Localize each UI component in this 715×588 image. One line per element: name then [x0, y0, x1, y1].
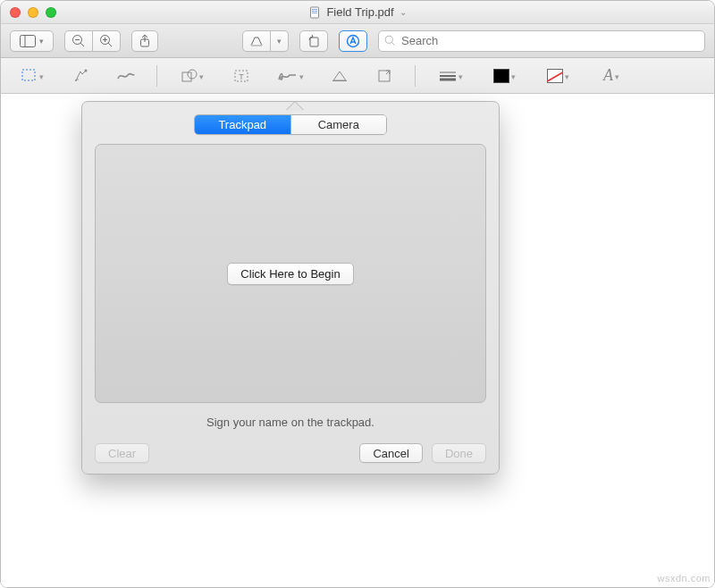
dialog-buttons: Clear Cancel Done [95, 443, 486, 463]
watermark-text: wsxdn.com [657, 573, 711, 584]
separator [415, 65, 416, 87]
separator [156, 65, 157, 87]
signature-pad[interactable]: Click Here to Begin [95, 144, 486, 403]
shapes-button[interactable]: ▾ [173, 64, 211, 88]
shape-style-button[interactable]: ▾ [432, 64, 469, 88]
svg-line-10 [108, 43, 112, 46]
main-toolbar: ▾ ▾ [1, 24, 714, 58]
search-icon [384, 35, 396, 46]
zoom-group [64, 30, 121, 52]
svg-rect-16 [310, 38, 318, 46]
begin-signature-button[interactable]: Click Here to Begin [227, 263, 353, 285]
fill-color-button[interactable]: ▾ [539, 64, 576, 88]
chevron-down-icon: ▾ [615, 72, 619, 81]
svg-rect-4 [21, 35, 36, 46]
svg-marker-28 [333, 71, 346, 80]
close-window-button[interactable] [10, 7, 21, 18]
svg-rect-2 [312, 11, 317, 12]
search-field[interactable] [378, 30, 705, 52]
minimize-window-button[interactable] [28, 7, 38, 18]
svg-point-23 [77, 79, 79, 80]
svg-line-31 [386, 71, 390, 74]
search-input[interactable] [401, 34, 699, 47]
chevron-down-icon: ▾ [565, 72, 569, 81]
window-controls [10, 7, 56, 18]
window-title[interactable]: Field Trip.pdf ⌄ [1, 5, 714, 19]
highlight-button[interactable] [242, 30, 271, 52]
zoom-window-button[interactable] [46, 7, 56, 18]
chevron-down-icon: ▾ [511, 72, 516, 81]
crop-button[interactable] [370, 64, 399, 88]
text-tool-button[interactable]: T [227, 64, 256, 88]
selection-tool-button[interactable]: ▾ [13, 64, 51, 88]
markup-toggle-button[interactable] [339, 30, 367, 52]
tab-camera[interactable]: Camera [290, 115, 387, 134]
svg-point-21 [85, 69, 88, 71]
svg-rect-1 [312, 9, 317, 10]
svg-line-7 [80, 43, 84, 46]
svg-point-25 [188, 70, 197, 79]
text-style-glyph: A [603, 66, 613, 85]
note-button[interactable] [325, 64, 354, 88]
clear-button[interactable]: Clear [95, 443, 149, 463]
instant-alpha-button[interactable] [67, 64, 96, 88]
signature-hint: Sign your name on the trackpad. [95, 403, 486, 443]
svg-text:T: T [239, 72, 244, 81]
svg-rect-24 [182, 72, 191, 81]
highlight-group: ▾ [242, 30, 289, 52]
tab-trackpad[interactable]: Trackpad [195, 115, 290, 134]
preview-window: Field Trip.pdf ⌄ ▾ ▾ [0, 0, 715, 588]
color-swatch-icon [493, 69, 509, 83]
title-menu-chevron-icon: ⌄ [400, 7, 407, 17]
signature-popover: Trackpad Camera Click Here to Begin Sign… [81, 101, 500, 475]
svg-point-22 [75, 80, 77, 81]
chevron-down-icon: ▾ [458, 72, 463, 81]
highlight-menu-button[interactable]: ▾ [271, 30, 289, 52]
chevron-down-icon: ▾ [39, 72, 44, 81]
chevron-down-icon: ▾ [39, 37, 44, 46]
no-fill-swatch-icon [547, 69, 563, 83]
sign-button[interactable]: ▾ [272, 64, 309, 88]
sketch-button[interactable] [112, 64, 140, 88]
document-icon [308, 6, 321, 19]
done-button[interactable]: Done [432, 443, 486, 463]
window-title-text: Field Trip.pdf [326, 5, 393, 19]
cancel-button[interactable]: Cancel [359, 443, 422, 463]
svg-rect-3 [312, 13, 317, 13]
chevron-down-icon: ▾ [299, 72, 304, 81]
svg-line-19 [391, 42, 394, 45]
zoom-out-button[interactable] [64, 30, 93, 52]
share-button[interactable] [131, 30, 158, 52]
svg-rect-20 [22, 70, 35, 80]
svg-rect-15 [251, 45, 262, 46]
sidebar-button[interactable]: ▾ [10, 30, 54, 52]
signature-source-tabs: Trackpad Camera [194, 114, 387, 135]
text-style-button[interactable]: A ▾ [593, 64, 630, 88]
titlebar: Field Trip.pdf ⌄ [1, 1, 714, 24]
svg-rect-0 [311, 7, 319, 18]
svg-point-18 [385, 36, 392, 43]
zoom-in-button[interactable] [93, 30, 121, 52]
border-color-button[interactable]: ▾ [485, 64, 523, 88]
markup-toolbar: ▾ ▾ T ▾ ▾ ▾ [1, 58, 714, 94]
chevron-down-icon: ▾ [199, 72, 204, 81]
rotate-button[interactable] [299, 30, 328, 52]
